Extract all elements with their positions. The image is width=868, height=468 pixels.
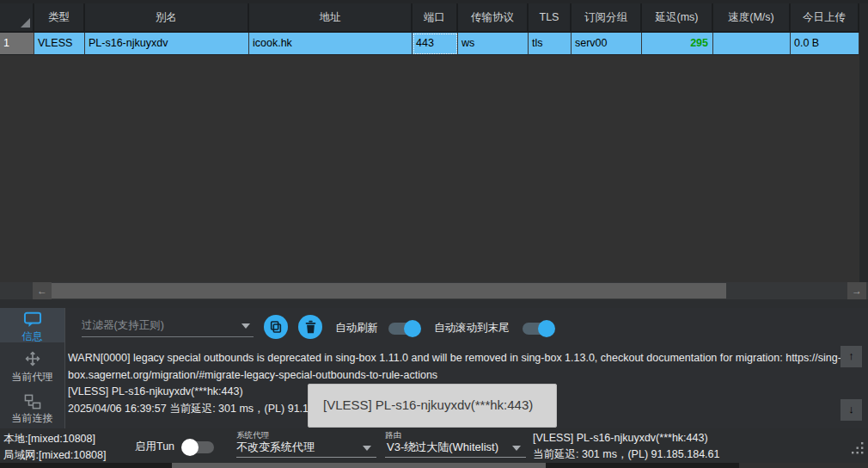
lan-port-status: 局域网:[mixed:10808] [3, 448, 107, 463]
tab-current-connections-label: 当前连接 [0, 411, 64, 426]
log-scroll-up-button[interactable]: ↑ [840, 346, 862, 367]
sidebar-separator [64, 308, 65, 428]
bottom-edge-segment [739, 463, 868, 468]
route-value: V3-绕过大陆(Whitelist) [385, 440, 498, 453]
header-address[interactable]: 地址 [249, 3, 413, 33]
current-latency-status: 当前延迟: 301 ms，(PL) 91.185.184.61 [533, 447, 719, 462]
row-tls-cell[interactable]: tls [529, 33, 572, 55]
header-upload[interactable]: 今日上传 [791, 3, 859, 33]
tab-current-proxy[interactable]: 当前代理 [0, 346, 64, 389]
row-port-cell[interactable]: 443 [413, 33, 458, 55]
auto-refresh-toggle[interactable] [388, 322, 420, 336]
log-scroll-down-button[interactable]: ↓ [840, 399, 862, 421]
chat-bubble-icon [23, 311, 42, 328]
route-arrow-icon[interactable] [512, 446, 521, 451]
node-tooltip: [VLESS] PL-s16-njkuyxdv(***hk:443) [308, 384, 557, 428]
row-address-cell[interactable]: icook.hk [249, 33, 413, 55]
route-select[interactable]: V3-绕过大陆(Whitelist) [385, 439, 526, 458]
system-proxy-select[interactable]: 不改变系统代理 [236, 439, 376, 458]
log-line: WARN[0000] legacy special outbounds is d… [68, 350, 852, 367]
table-vscroll-gutter [859, 3, 868, 282]
status-bar: 本地:[mixed:10808] 局域网:[mixed:10808] 启用Tun… [0, 428, 868, 463]
header-type[interactable]: 类型 [34, 3, 85, 33]
hscroll-left-arrow-icon[interactable]: ← [33, 282, 52, 299]
tab-info[interactable]: 信息 [0, 308, 64, 342]
trash-icon [304, 320, 317, 334]
system-proxy-arrow-icon[interactable] [363, 446, 371, 451]
auto-scroll-toggle[interactable] [523, 322, 554, 336]
header-alias[interactable]: 别名 [85, 3, 249, 33]
proxy-table: 类型 别名 地址 端口 传输协议 TLS 订阅分组 延迟(ms) 速度(M/s)… [0, 3, 859, 55]
corner-triangle-icon [21, 18, 30, 28]
header-corner-cell[interactable] [0, 3, 34, 33]
row-alias-cell[interactable]: PL-s16-njkuyxdv [85, 33, 249, 55]
dock-sidebar: 信息 当前代理 当前连 [0, 308, 64, 428]
header-transport[interactable]: 传输协议 [458, 3, 529, 33]
system-proxy-value: 不改变系统代理 [236, 440, 315, 453]
local-port-status: 本地:[mixed:10808] [3, 432, 95, 446]
enable-tun-label: 启用Tun [135, 440, 174, 454]
toggle-knob [404, 320, 421, 337]
toggle-knob [181, 439, 199, 456]
row-transport-cell[interactable]: ws [458, 33, 529, 55]
log-filter-placeholder: 过滤器(支持正则) [82, 319, 164, 331]
header-group[interactable]: 订阅分组 [572, 3, 642, 33]
connections-icon [24, 394, 41, 410]
enable-tun-toggle[interactable] [182, 440, 214, 454]
bottom-edge-strip [0, 463, 868, 468]
bottom-edge-segment [172, 463, 546, 468]
header-tls[interactable]: TLS [529, 3, 572, 33]
row-group-cell[interactable]: serv00 [572, 33, 642, 55]
copy-log-button[interactable] [264, 315, 288, 339]
proxy-table-area: 类型 别名 地址 端口 传输协议 TLS 订阅分组 延迟(ms) 速度(M/s)… [0, 0, 868, 299]
resize-grip-icon [852, 442, 864, 454]
row-speed-cell[interactable] [713, 33, 791, 55]
resize-grip[interactable] [852, 442, 864, 458]
header-speed[interactable]: 速度(M/s) [713, 3, 791, 33]
filter-dropdown-arrow-icon[interactable] [241, 323, 250, 329]
header-port[interactable]: 端口 [413, 3, 458, 33]
auto-refresh-label: 自动刷新 [335, 321, 378, 336]
current-node-status: [VLESS] PL-s16-njkuyxdv(***hk:443) [533, 432, 708, 444]
tab-current-connections[interactable]: 当前连接 [0, 391, 64, 428]
log-line: box.sagernet.org/migration/#migrate-lega… [68, 367, 852, 385]
tab-info-label: 信息 [0, 329, 64, 344]
tab-current-proxy-label: 当前代理 [0, 370, 64, 385]
header-latency[interactable]: 延迟(ms) [642, 3, 713, 33]
row-latency-cell[interactable]: 295 [642, 33, 713, 55]
table-hscrollbar[interactable]: ← → [0, 282, 868, 299]
clear-log-button[interactable] [298, 315, 322, 339]
log-filter-input[interactable]: 过滤器(支持正则) [82, 315, 254, 337]
row-type-cell[interactable]: VLESS [34, 33, 85, 55]
hscroll-right-arrow-icon[interactable]: → [847, 282, 866, 299]
toggle-knob [538, 320, 555, 337]
app-window: 类型 别名 地址 端口 传输协议 TLS 订阅分组 延迟(ms) 速度(M/s)… [0, 0, 868, 468]
row-index-cell[interactable]: 1 [0, 33, 34, 55]
auto-scroll-label: 自动滚动到末尾 [434, 321, 510, 336]
hscroll-thumb[interactable] [52, 283, 726, 299]
row-upload-cell[interactable]: 0.0 B [791, 33, 859, 55]
copy-icon [269, 320, 283, 334]
proxy-arrows-icon [23, 349, 42, 368]
